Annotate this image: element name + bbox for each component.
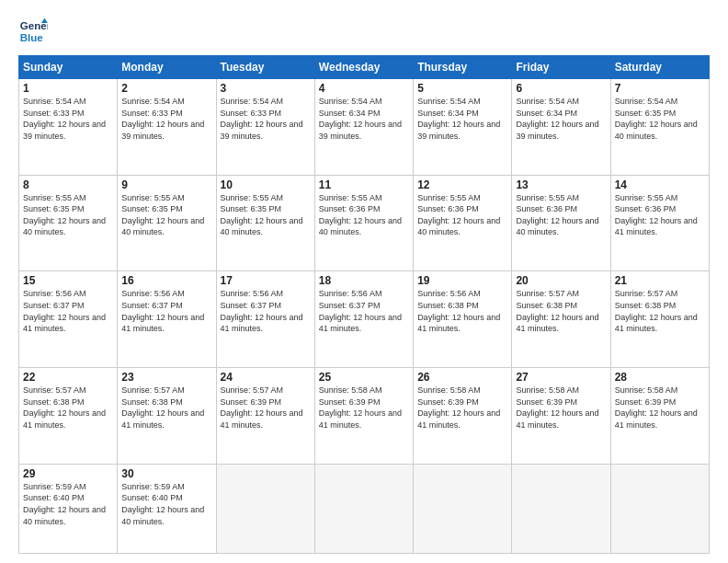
table-row: 26Sunrise: 5:58 AMSunset: 6:39 PMDayligh… xyxy=(414,368,512,465)
day-number: 12 xyxy=(417,178,507,191)
day-info: Sunrise: 5:55 AMSunset: 6:36 PMDaylight:… xyxy=(417,193,500,237)
day-number: 8 xyxy=(23,178,113,191)
table-row: 18Sunrise: 5:56 AMSunset: 6:37 PMDayligh… xyxy=(314,271,413,368)
day-number: 4 xyxy=(319,82,409,95)
day-info: Sunrise: 5:56 AMSunset: 6:37 PMDaylight:… xyxy=(23,289,106,333)
day-info: Sunrise: 5:57 AMSunset: 6:38 PMDaylight:… xyxy=(23,385,106,430)
day-info: Sunrise: 5:54 AMSunset: 6:34 PMDaylight:… xyxy=(516,97,598,141)
day-info: Sunrise: 5:56 AMSunset: 6:37 PMDaylight:… xyxy=(121,289,204,333)
day-info: Sunrise: 5:58 AMSunset: 6:39 PMDaylight:… xyxy=(516,385,598,430)
table-row: 9Sunrise: 5:55 AMSunset: 6:35 PMDaylight… xyxy=(118,175,216,271)
day-info: Sunrise: 5:59 AMSunset: 6:40 PMDaylight:… xyxy=(121,482,204,526)
table-row: 25Sunrise: 5:58 AMSunset: 6:39 PMDayligh… xyxy=(314,368,413,465)
day-info: Sunrise: 5:58 AMSunset: 6:39 PMDaylight:… xyxy=(417,385,500,430)
day-number: 26 xyxy=(417,371,507,384)
day-info: Sunrise: 5:57 AMSunset: 6:39 PMDaylight:… xyxy=(221,385,303,430)
logo: General Blue xyxy=(18,17,51,46)
table-row: 13Sunrise: 5:55 AMSunset: 6:36 PMDayligh… xyxy=(512,175,610,271)
table-row: 7Sunrise: 5:54 AMSunset: 6:35 PMDaylight… xyxy=(610,79,709,176)
table-row: 17Sunrise: 5:56 AMSunset: 6:37 PMDayligh… xyxy=(216,271,314,368)
day-info: Sunrise: 5:55 AMSunset: 6:35 PMDaylight:… xyxy=(121,193,204,237)
day-info: Sunrise: 5:55 AMSunset: 6:36 PMDaylight:… xyxy=(516,193,598,237)
table-row: 3Sunrise: 5:54 AMSunset: 6:33 PMDaylight… xyxy=(216,79,314,176)
day-number: 9 xyxy=(121,178,211,191)
day-number: 30 xyxy=(121,467,211,480)
day-info: Sunrise: 5:57 AMSunset: 6:38 PMDaylight:… xyxy=(516,289,598,333)
day-info: Sunrise: 5:57 AMSunset: 6:38 PMDaylight:… xyxy=(615,289,698,333)
col-header-friday: Friday xyxy=(512,56,610,79)
logo-icon: General Blue xyxy=(18,17,48,46)
day-number: 5 xyxy=(417,82,507,95)
day-number: 27 xyxy=(516,371,606,384)
day-number: 15 xyxy=(23,274,113,287)
day-info: Sunrise: 5:58 AMSunset: 6:39 PMDaylight:… xyxy=(615,385,698,430)
col-header-monday: Monday xyxy=(118,56,216,79)
table-row: 27Sunrise: 5:58 AMSunset: 6:39 PMDayligh… xyxy=(512,368,610,465)
table-row xyxy=(610,464,709,553)
table-row: 12Sunrise: 5:55 AMSunset: 6:36 PMDayligh… xyxy=(414,175,512,271)
day-number: 13 xyxy=(516,178,606,191)
day-info: Sunrise: 5:55 AMSunset: 6:36 PMDaylight:… xyxy=(615,193,698,237)
day-info: Sunrise: 5:54 AMSunset: 6:33 PMDaylight:… xyxy=(23,97,106,141)
day-info: Sunrise: 5:56 AMSunset: 6:37 PMDaylight:… xyxy=(221,289,303,333)
col-header-thursday: Thursday xyxy=(414,56,512,79)
table-row xyxy=(414,464,512,553)
table-row: 11Sunrise: 5:55 AMSunset: 6:36 PMDayligh… xyxy=(314,175,413,271)
day-number: 14 xyxy=(615,178,705,191)
table-row: 22Sunrise: 5:57 AMSunset: 6:38 PMDayligh… xyxy=(19,368,118,465)
day-info: Sunrise: 5:54 AMSunset: 6:34 PMDaylight:… xyxy=(319,97,402,141)
day-info: Sunrise: 5:54 AMSunset: 6:33 PMDaylight:… xyxy=(221,97,303,141)
table-row xyxy=(216,464,314,553)
day-number: 20 xyxy=(516,274,606,287)
day-number: 21 xyxy=(615,274,705,287)
day-number: 11 xyxy=(319,178,409,191)
svg-text:Blue: Blue xyxy=(20,32,44,43)
day-number: 23 xyxy=(121,371,211,384)
table-row: 24Sunrise: 5:57 AMSunset: 6:39 PMDayligh… xyxy=(216,368,314,465)
day-info: Sunrise: 5:54 AMSunset: 6:35 PMDaylight:… xyxy=(615,97,698,141)
day-info: Sunrise: 5:54 AMSunset: 6:34 PMDaylight:… xyxy=(417,97,500,141)
table-row: 20Sunrise: 5:57 AMSunset: 6:38 PMDayligh… xyxy=(512,271,610,368)
table-row: 15Sunrise: 5:56 AMSunset: 6:37 PMDayligh… xyxy=(19,271,118,368)
table-row: 28Sunrise: 5:58 AMSunset: 6:39 PMDayligh… xyxy=(610,368,709,465)
table-row: 1Sunrise: 5:54 AMSunset: 6:33 PMDaylight… xyxy=(19,79,118,176)
table-row: 16Sunrise: 5:56 AMSunset: 6:37 PMDayligh… xyxy=(118,271,216,368)
table-row: 30Sunrise: 5:59 AMSunset: 6:40 PMDayligh… xyxy=(118,464,216,553)
day-info: Sunrise: 5:57 AMSunset: 6:38 PMDaylight:… xyxy=(121,385,204,430)
col-header-wednesday: Wednesday xyxy=(314,56,413,79)
day-number: 24 xyxy=(221,371,311,384)
table-row: 4Sunrise: 5:54 AMSunset: 6:34 PMDaylight… xyxy=(314,79,413,176)
col-header-sunday: Sunday xyxy=(19,56,118,79)
table-row: 21Sunrise: 5:57 AMSunset: 6:38 PMDayligh… xyxy=(610,271,709,368)
day-number: 29 xyxy=(23,467,113,480)
table-row: 2Sunrise: 5:54 AMSunset: 6:33 PMDaylight… xyxy=(118,79,216,176)
table-row xyxy=(512,464,610,553)
day-info: Sunrise: 5:55 AMSunset: 6:35 PMDaylight:… xyxy=(221,193,303,237)
day-number: 19 xyxy=(417,274,507,287)
day-number: 2 xyxy=(121,82,211,95)
day-number: 16 xyxy=(121,274,211,287)
calendar-table: SundayMondayTuesdayWednesdayThursdayFrid… xyxy=(18,55,710,554)
day-number: 18 xyxy=(319,274,409,287)
day-number: 28 xyxy=(615,371,705,384)
day-info: Sunrise: 5:55 AMSunset: 6:35 PMDaylight:… xyxy=(23,193,106,237)
day-number: 7 xyxy=(615,82,705,95)
table-row: 19Sunrise: 5:56 AMSunset: 6:38 PMDayligh… xyxy=(414,271,512,368)
day-number: 1 xyxy=(23,82,113,95)
day-info: Sunrise: 5:58 AMSunset: 6:39 PMDaylight:… xyxy=(319,385,402,430)
day-number: 3 xyxy=(221,82,311,95)
day-info: Sunrise: 5:55 AMSunset: 6:36 PMDaylight:… xyxy=(319,193,402,237)
table-row: 14Sunrise: 5:55 AMSunset: 6:36 PMDayligh… xyxy=(610,175,709,271)
day-number: 10 xyxy=(221,178,311,191)
day-info: Sunrise: 5:56 AMSunset: 6:37 PMDaylight:… xyxy=(319,289,402,333)
day-number: 17 xyxy=(221,274,311,287)
day-number: 25 xyxy=(319,371,409,384)
table-row: 6Sunrise: 5:54 AMSunset: 6:34 PMDaylight… xyxy=(512,79,610,176)
day-number: 6 xyxy=(516,82,606,95)
day-info: Sunrise: 5:59 AMSunset: 6:40 PMDaylight:… xyxy=(23,482,106,526)
table-row: 5Sunrise: 5:54 AMSunset: 6:34 PMDaylight… xyxy=(414,79,512,176)
table-row xyxy=(314,464,413,553)
day-info: Sunrise: 5:54 AMSunset: 6:33 PMDaylight:… xyxy=(121,97,204,141)
header: General Blue xyxy=(18,17,710,46)
table-row: 29Sunrise: 5:59 AMSunset: 6:40 PMDayligh… xyxy=(19,464,118,553)
